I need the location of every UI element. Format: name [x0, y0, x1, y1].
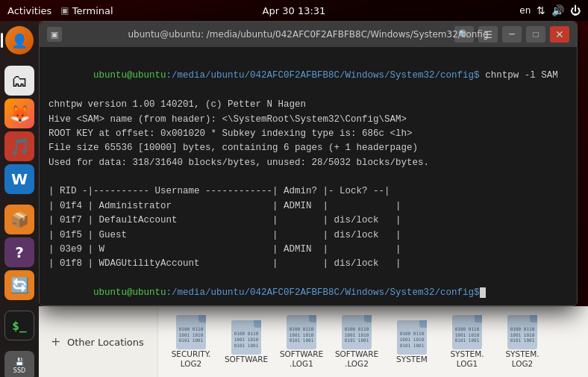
- binary-file-icon-0: 0100 0110 1001 1010 0101 1001: [176, 315, 206, 349]
- desktop: Activities ▣ Terminal Apr 30 13:31 en ⇅ …: [0, 0, 588, 377]
- volume-icon[interactable]: 🔊: [551, 4, 564, 16]
- topbar-lang: en: [519, 5, 531, 16]
- music-icon: 🎵: [10, 137, 30, 156]
- terminal-output-1: chntpw version 1.00 140201, (c) Petter N…: [49, 98, 568, 112]
- file-icons-area: 0100 0110 1001 1010 0101 1001SECURITY. L…: [158, 307, 588, 377]
- activities-button[interactable]: Activities: [7, 5, 51, 16]
- binary-file-icon-6: 0100 0110 1001 1010 0101 1001: [507, 315, 537, 349]
- file-icon-label-2: SOFTWARE .LOG1: [278, 349, 325, 368]
- dock: 👤 🗂 🦊 🎵 W 📦 ? 🔄 $_ 💾SSD: [0, 21, 39, 377]
- dock-item-firefox[interactable]: 🦊: [4, 99, 34, 128]
- binary-file-data-5: 0100 0110 1001 1010 0101 1001: [452, 320, 482, 345]
- prompt-path-1: :/media/ubuntu/042AFC0F2AFBFB8C/Windows/…: [166, 70, 480, 81]
- binary-file-icon-2: 0100 0110 1001 1010 0101 1001: [287, 315, 316, 349]
- terminal-titlebar: ▣ ubuntu@ubuntu: /media/ubuntu/042AFC0F2…: [40, 22, 577, 47]
- terminal-dock-icon: $_: [12, 319, 26, 333]
- topbar-datetime: Apr 30 13:31: [263, 5, 326, 16]
- prompt-user-1: ubuntu@ubuntu: [93, 70, 166, 81]
- file-manager-sidebar: + Other Locations: [39, 307, 158, 377]
- file-icon-item-1[interactable]: 0100 0110 1001 1010 0101 1001SOFTWARE: [219, 316, 273, 369]
- binary-file-data-4: 0100 0110 1001 1010 0101 1001: [397, 325, 427, 349]
- binary-file-data-0: 0100 0110 1001 1010 0101 1001: [176, 320, 206, 345]
- file-manager-bar: + Other Locations 0100 0110 1001 1010 01…: [39, 306, 588, 377]
- terminal-icon: ▣: [60, 5, 69, 16]
- prompt-user-2: ubuntu@ubuntu: [93, 287, 166, 298]
- binary-file-icon-1: 0100 0110 1001 1010 0101 1001: [231, 320, 261, 355]
- updates-icon: 🔄: [10, 276, 29, 294]
- terminal-output-5: Used for data: 318/31640 blocks/bytes, u…: [49, 156, 568, 170]
- dock-item-files[interactable]: 🗂: [4, 66, 34, 96]
- file-icon-item-3[interactable]: 0100 0110 1001 1010 0101 1001SOFTWARE .L…: [330, 311, 384, 373]
- network-icon[interactable]: ⇅: [537, 4, 545, 16]
- files-icon: 🗂: [11, 72, 28, 90]
- binary-file-data-6: 0100 0110 1001 1010 0101 1001: [507, 320, 537, 345]
- binary-file-icon-5: 0100 0110 1001 1010 0101 1001: [452, 315, 482, 349]
- dock-item-avatar[interactable]: 👤: [4, 25, 34, 55]
- terminal-minimize-button[interactable]: −: [502, 26, 522, 43]
- terminal-row-4: | 03e9 | W | ADMIN | |: [49, 243, 568, 257]
- file-icon-item-0[interactable]: 0100 0110 1001 1010 0101 1001SECURITY. L…: [164, 311, 218, 373]
- terminal-maximize-button[interactable]: □: [526, 26, 545, 43]
- libreoffice-icon: W: [11, 170, 28, 188]
- binary-file-icon-4: 0100 0110 1001 1010 0101 1001: [397, 320, 427, 355]
- other-locations-button[interactable]: + Other Locations: [48, 331, 148, 352]
- file-icon-label-1: SOFTWARE: [225, 355, 268, 364]
- prompt-path-2: :/media/ubuntu/042AFC0F2AFBFB8C/Windows/…: [166, 287, 480, 298]
- file-icon-label-4: SYSTEM: [396, 355, 428, 364]
- file-icon-label-0: SECURITY. LOG2: [167, 349, 215, 368]
- terminal-row-5: | 01f8 | WDAGUtilityAccount | | dis/lock…: [49, 257, 568, 271]
- dock-item-terminal[interactable]: $_: [4, 311, 34, 340]
- user-avatar: 👤: [5, 26, 34, 54]
- command-1: chntpw -l SAM: [480, 70, 558, 81]
- dock-item-software[interactable]: 📦: [4, 205, 34, 234]
- power-icon[interactable]: ⏻: [570, 4, 581, 16]
- topbar: Activities ▣ Terminal Apr 30 13:31 en ⇅ …: [0, 0, 588, 21]
- terminal-table-header: | RID -|---------- Username ------------…: [49, 184, 568, 199]
- help-icon: ?: [15, 243, 24, 261]
- terminal-body[interactable]: ubuntu@ubuntu:/media/ubuntu/042AFC0F2AFB…: [40, 47, 577, 305]
- terminal-line-prompt2: ubuntu@ubuntu:/media/ubuntu/042AFC0F2AFB…: [49, 272, 568, 305]
- terminal-row-2: | 01f7 | DefaultAccount | | dis/lock |: [49, 214, 568, 228]
- terminal-line-cmd: ubuntu@ubuntu:/media/ubuntu/042AFC0F2AFB…: [49, 54, 568, 98]
- binary-file-data-1: 0100 0110 1001 1010 0101 1001: [231, 325, 261, 349]
- terminal-row-3: | 01f5 | Guest | | dis/lock |: [49, 228, 568, 243]
- file-icon-item-6[interactable]: 0100 0110 1001 1010 0101 1001SYSTEM. LOG…: [495, 311, 549, 373]
- terminal-window: ▣ ubuntu@ubuntu: /media/ubuntu/042AFC0F2…: [39, 21, 578, 306]
- plus-icon: +: [51, 336, 63, 348]
- dock-item-ssd[interactable]: 💾SSD: [4, 351, 34, 377]
- dock-item-updates[interactable]: 🔄: [4, 270, 34, 300]
- dock-item-libreoffice[interactable]: W: [4, 164, 34, 194]
- topbar-terminal-label[interactable]: Terminal: [72, 5, 113, 16]
- terminal-blank: [49, 170, 568, 184]
- binary-file-icon-3: 0100 0110 1001 1010 0101 1001: [342, 315, 372, 349]
- binary-file-data-2: 0100 0110 1001 1010 0101 1001: [287, 320, 316, 345]
- terminal-output-2: Hive <SAM> name (from header): <\SystemR…: [49, 113, 568, 127]
- file-icon-item-4[interactable]: 0100 0110 1001 1010 0101 1001SYSTEM: [385, 316, 439, 369]
- other-locations-label: Other Locations: [67, 337, 144, 348]
- terminal-title-icon: ▣: [47, 27, 62, 42]
- terminal-row-1: | 01f4 | Administrator | ADMIN | |: [49, 199, 568, 214]
- dock-item-help[interactable]: ?: [4, 237, 34, 267]
- ssd-icon: 💾SSD: [13, 358, 25, 375]
- software-icon: 📦: [10, 211, 29, 228]
- terminal-cursor: [480, 287, 486, 298]
- file-icon-label-6: SYSTEM. LOG2: [498, 349, 546, 368]
- terminal-close-button[interactable]: ✕: [550, 26, 569, 43]
- file-icon-item-5[interactable]: 0100 0110 1001 1010 0101 1001SYSTEM. LOG…: [440, 311, 494, 373]
- file-icon-item-2[interactable]: 0100 0110 1001 1010 0101 1001SOFTWARE .L…: [275, 311, 328, 373]
- binary-file-data-3: 0100 0110 1001 1010 0101 1001: [342, 320, 372, 345]
- file-icon-label-5: SYSTEM. LOG1: [443, 349, 491, 368]
- firefox-icon: 🦊: [10, 105, 30, 123]
- terminal-output-3: ROOT KEY at offset: 0x001020 * Subkey in…: [49, 127, 568, 141]
- dock-item-music[interactable]: 🎵: [4, 131, 34, 161]
- terminal-window-title: ubuntu@ubuntu: /media/ubuntu/042AFC0F2AF…: [128, 29, 488, 40]
- terminal-output-4: File size 65536 [10000] bytes, containin…: [49, 141, 568, 155]
- file-icon-label-3: SOFTWARE .LOG2: [333, 349, 381, 368]
